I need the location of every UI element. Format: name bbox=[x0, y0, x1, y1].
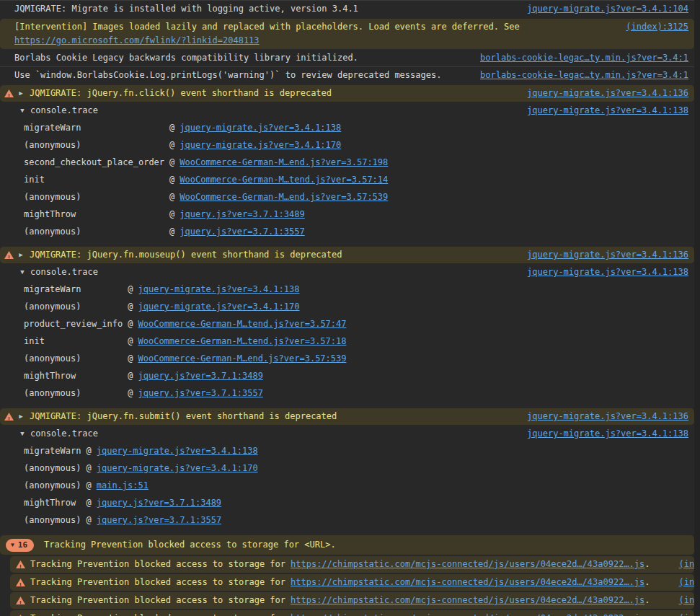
source-location-link[interactable]: (index):3125 bbox=[626, 20, 688, 34]
stack-frame: (anonymous) @ jquery.js?ver=3.7.1:3557 bbox=[0, 384, 694, 402]
stack-frame: migrateWarn @ jquery-migrate.js?ver=3.4.… bbox=[0, 119, 694, 136]
warning-message: Tracking Prevention blocked access to st… bbox=[30, 594, 285, 607]
warning-group-header[interactable]: ▶ JQMIGRATE: jQuery.fn.mouseup() event s… bbox=[0, 247, 694, 263]
frame-function: second_checkout_place_order bbox=[24, 156, 164, 170]
source-location-link[interactable]: jquery-migrate.js?ver=3.4.1:138 bbox=[527, 104, 688, 118]
at-separator: @ bbox=[169, 225, 174, 239]
frame-function: migrateWarn bbox=[24, 444, 81, 458]
source-location-link[interactable]: jquery-migrate.js?ver=3.4.1:104 bbox=[527, 2, 688, 16]
frame-location-link[interactable]: jquery.js?ver=3.7.1:3489 bbox=[138, 369, 263, 383]
frame-function: init bbox=[24, 173, 164, 187]
stack-frame: product_review_info @ WooCommerce-German… bbox=[0, 315, 694, 333]
message-url-link[interactable]: https://go.microsoft.com/fwlink/?linkid=… bbox=[14, 34, 520, 48]
frame-location-link[interactable]: jquery-migrate.js?ver=3.4.1:138 bbox=[138, 283, 300, 296]
blocked-url-link[interactable]: https://chimpstatic.com/mcjs-connected/j… bbox=[291, 559, 644, 569]
blocked-url-link[interactable]: https://chimpstatic.com/mcjs-connected/j… bbox=[291, 613, 644, 616]
console-trace-row[interactable]: ▼ console.trace jquery-migrate.js?ver=3.… bbox=[0, 425, 694, 442]
console-trace-row[interactable]: ▼ console.trace jquery-migrate.js?ver=3.… bbox=[0, 263, 694, 281]
blocked-url-link[interactable]: https://chimpstatic.com/mcjs-connected/j… bbox=[291, 577, 644, 587]
console-trace-row[interactable]: ▼ console.trace jquery-migrate.js?ver=3.… bbox=[0, 102, 694, 119]
expand-arrow-icon[interactable]: ▶ bbox=[17, 410, 25, 423]
at-separator: @ bbox=[128, 352, 133, 366]
frame-location-link[interactable]: jquery.js?ver=3.7.1:3489 bbox=[97, 496, 221, 510]
source-location-link[interactable]: jquery-migrate.js?ver=3.4.1:136 bbox=[527, 87, 688, 100]
at-separator: @ bbox=[86, 496, 91, 510]
frame-location-link[interactable]: jquery-migrate.js?ver=3.4.1:170 bbox=[97, 462, 258, 475]
expand-arrow-icon[interactable]: ▶ bbox=[17, 87, 25, 100]
at-separator: @ bbox=[169, 173, 174, 187]
warning-icon bbox=[4, 413, 14, 421]
warning-group-header[interactable]: ▶ JQMIGRATE: jQuery.fn.submit() event sh… bbox=[0, 408, 694, 425]
log-message: Borlabs Cookie Legacy backwards compatib… bbox=[14, 51, 358, 65]
console-message-row: Borlabs Cookie Legacy backwards compatib… bbox=[0, 49, 694, 66]
warning-message: Tracking Prevention blocked access to st… bbox=[30, 612, 285, 616]
frame-location-link[interactable]: WooCommerce-German-M…end.js?ver=3.57:539 bbox=[138, 352, 347, 366]
frame-location-link[interactable]: main.js:51 bbox=[97, 479, 149, 493]
blocked-url-link[interactable]: https://chimpstatic.com/mcjs-connected/j… bbox=[291, 595, 644, 605]
frame-location-link[interactable]: jquery-migrate.js?ver=3.4.1:170 bbox=[180, 138, 341, 152]
source-location-link[interactable]: jquery-migrate.js?ver=3.4.1:138 bbox=[527, 265, 688, 279]
warning-message: Tracking Prevention blocked access to st… bbox=[30, 576, 285, 589]
collapse-arrow-icon[interactable]: ▼ bbox=[19, 104, 26, 118]
tracking-prevention-group: ▼ 16 Tracking Prevention blocked access … bbox=[0, 535, 694, 616]
log-message: JQMIGRATE: Migrate is installed with log… bbox=[14, 2, 358, 16]
frame-location-link[interactable]: WooCommerce-German-M…end.js?ver=3.57:539 bbox=[180, 190, 388, 204]
warning-title: JQMIGRATE: jQuery.fn.submit() event shor… bbox=[30, 410, 337, 423]
stack-frame: (anonymous) @ jquery.js?ver=3.7.1:3557 bbox=[0, 223, 694, 240]
frame-function: product_review_info bbox=[24, 317, 123, 331]
warning-icon bbox=[4, 251, 14, 259]
group-count-badge[interactable]: ▼ 16 bbox=[6, 539, 34, 552]
frame-location-link[interactable]: jquery-migrate.js?ver=3.4.1:138 bbox=[180, 121, 341, 135]
console-message-row: Use `window.BorlabsCookie.Log.printLogs(… bbox=[0, 66, 694, 84]
source-location-link[interactable]: borlabs-cookie-legac…ty.min.js?ver=3.4:1 bbox=[480, 51, 688, 65]
frame-location-link[interactable]: jquery.js?ver=3.7.1:3557 bbox=[97, 514, 221, 527]
collapse-arrow-icon: ▼ bbox=[11, 539, 14, 551]
stack-frame: migrateWarn @ jquery-migrate.js?ver=3.4.… bbox=[0, 281, 694, 298]
group-title: Tracking Prevention blocked access to st… bbox=[44, 538, 336, 552]
stack-frame: (anonymous) @ WooCommerce-German-M…end.j… bbox=[0, 350, 694, 367]
frame-function: (anonymous) bbox=[24, 514, 81, 527]
stack-frame: (anonymous) @ jquery.js?ver=3.7.1:3557 bbox=[0, 511, 694, 529]
frame-location-link[interactable]: jquery.js?ver=3.7.1:3557 bbox=[180, 225, 304, 239]
warning-group-header[interactable]: ▶ JQMIGRATE: jQuery.fn.click() event sho… bbox=[0, 85, 694, 102]
console-trace-group: ▶ JQMIGRATE: jQuery.fn.click() event sho… bbox=[0, 85, 694, 245]
stack-frame: init @ WooCommerce-German-M…tend.js?ver=… bbox=[0, 171, 694, 188]
at-separator: @ bbox=[169, 208, 174, 221]
grouped-warning-header[interactable]: ▼ 16 Tracking Prevention blocked access … bbox=[0, 535, 694, 555]
period-text: . bbox=[644, 613, 650, 616]
collapse-arrow-icon[interactable]: ▼ bbox=[19, 265, 26, 279]
frame-function: migrateWarn bbox=[24, 121, 164, 135]
frame-location-link[interactable]: WooCommerce-German-M…tend.js?ver=3.57:14 bbox=[180, 173, 388, 187]
scrollbar-track[interactable] bbox=[694, 0, 700, 616]
stack-frame: mightThrow @ jquery.js?ver=3.7.1:3489 bbox=[0, 367, 694, 384]
warning-icon bbox=[16, 578, 25, 586]
console-trace-group: ▶ JQMIGRATE: jQuery.fn.mouseup() event s… bbox=[0, 247, 694, 407]
period-text: . bbox=[644, 595, 650, 605]
stack-frame: mightThrow @ jquery.js?ver=3.7.1:3489 bbox=[0, 206, 694, 223]
collapse-arrow-icon[interactable]: ▼ bbox=[19, 427, 26, 441]
source-location-link[interactable]: borlabs-cookie-legac…ty.min.js?ver=3.4:1 bbox=[480, 69, 688, 82]
frame-location-link[interactable]: jquery-migrate.js?ver=3.4.1:170 bbox=[138, 300, 300, 314]
source-location-link[interactable]: jquery-migrate.js?ver=3.4.1:136 bbox=[527, 410, 688, 423]
frame-function: (anonymous) bbox=[24, 479, 81, 493]
trace-label: console.trace bbox=[30, 265, 98, 279]
expand-arrow-icon[interactable]: ▶ bbox=[17, 248, 25, 262]
frame-location-link[interactable]: jquery.js?ver=3.7.1:3489 bbox=[180, 208, 304, 221]
frame-function: mightThrow bbox=[24, 496, 81, 510]
warning-title: JQMIGRATE: jQuery.fn.click() event short… bbox=[30, 87, 332, 100]
frame-location-link[interactable]: WooCommerce-German-M…tend.js?ver=3.57:47 bbox=[138, 317, 347, 331]
trace-label: console.trace bbox=[30, 427, 98, 441]
source-location-link[interactable]: jquery-migrate.js?ver=3.4.1:136 bbox=[527, 248, 688, 262]
frame-location-link[interactable]: WooCommerce-German-M…tend.js?ver=3.57:18 bbox=[138, 335, 347, 348]
frame-function: init bbox=[24, 335, 123, 348]
group-count: 16 bbox=[18, 539, 27, 551]
at-separator: @ bbox=[169, 138, 174, 152]
warning-message: [Intervention] Images loaded lazily and … bbox=[14, 20, 520, 34]
frame-function: (anonymous) bbox=[24, 225, 164, 239]
frame-location-link[interactable]: jquery.js?ver=3.7.1:3557 bbox=[138, 387, 263, 400]
frame-location-link[interactable]: WooCommerce-German-M…end.js?ver=3.57:198 bbox=[180, 156, 388, 170]
frame-function: (anonymous) bbox=[24, 300, 123, 314]
frame-location-link[interactable]: jquery-migrate.js?ver=3.4.1:138 bbox=[97, 444, 258, 458]
source-location-link[interactable]: jquery-migrate.js?ver=3.4.1:138 bbox=[527, 427, 688, 441]
warning-icon bbox=[16, 560, 25, 568]
